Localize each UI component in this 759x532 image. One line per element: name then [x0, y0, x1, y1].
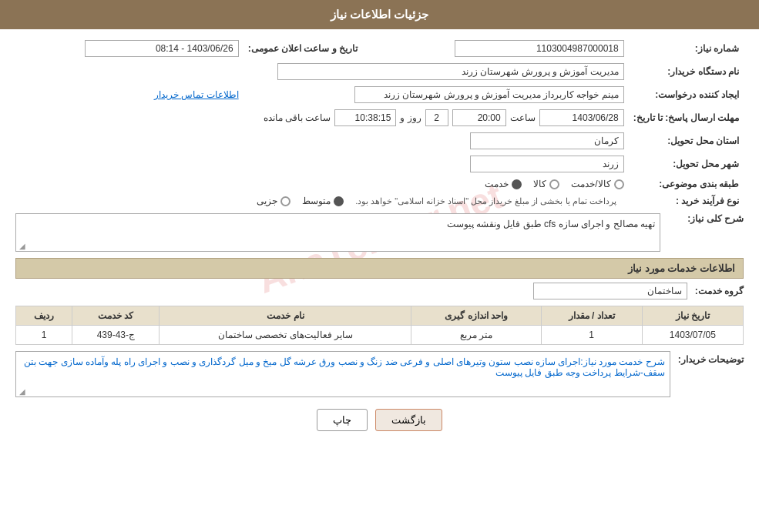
- etelaat-link[interactable]: اطلاعات تماس خریدار: [154, 89, 239, 100]
- page-header: جزئیات اطلاعات نیاز: [0, 0, 759, 29]
- nove-farayand-label: نوع فرآیند خرید :: [629, 192, 744, 209]
- button-row: بازگشت چاپ: [15, 409, 744, 431]
- col-kod: کد خدمت: [72, 306, 160, 326]
- info-section: شماره نیاز: 1103004987000018 تاریخ و ساع…: [15, 37, 744, 209]
- service-table: تاریخ نیاز تعداد / مقدار واحد اندازه گیر…: [15, 306, 744, 345]
- sharh-box: تهیه مصالح و اجرای سازه cfs طبق فایل ونق…: [15, 213, 660, 252]
- mohlat-saat-label: ساعت: [510, 112, 536, 123]
- table-row: 1403/07/051متر مربعسایر فعالیت‌های تخصصی…: [16, 326, 744, 345]
- grooh-label: گروه خدمت:: [695, 286, 744, 296]
- mohlat-date: 1403/06/28: [539, 109, 624, 126]
- ijad-konande-value: مینم خواجه کاربرداز مدیریت آموزش و پرورش…: [354, 86, 624, 103]
- col-vahed: واحد اندازه گیری: [411, 306, 541, 326]
- tozihat-label: توضیحات خریدار:: [678, 351, 744, 365]
- nam-dastgah-label: نام دستگاه خریدار:: [629, 60, 744, 83]
- tarikh-label: تاریخ و ساعت اعلان عمومی:: [243, 37, 398, 60]
- mohlat-roz-value: 2: [425, 109, 448, 126]
- mohlat-baqi-label: ساعت باقی مانده: [264, 112, 331, 123]
- radio-circle-jozi: [280, 196, 291, 206]
- print-button[interactable]: چاپ: [317, 409, 368, 431]
- col-tarikh: تاریخ نیاز: [642, 306, 743, 326]
- tozihat-value: شرح خدمت مورد نیاز:اجرای سازه نصب ستون و…: [24, 356, 665, 378]
- table-cell: 1: [16, 326, 72, 345]
- mohlat-roz-label: روز و: [400, 112, 421, 123]
- tarikh-value: 1403/06/26 - 08:14: [85, 40, 239, 57]
- table-cell: ج-43-439: [72, 326, 160, 345]
- mohlat-saat-value: 20:00: [452, 109, 506, 126]
- table-cell: 1403/07/05: [642, 326, 743, 345]
- ostan-label: استان محل تحویل:: [629, 129, 744, 152]
- shomara-niaz-label: شماره نیاز:: [629, 37, 744, 60]
- sharh-label: شرح کلی نیاز:: [667, 213, 744, 224]
- table-cell: 1: [541, 326, 642, 345]
- page-title: جزئیات اطلاعات نیاز: [331, 8, 428, 21]
- grooh-value: ساختمان: [533, 283, 687, 299]
- section2-header: اطلاعات خدمات مورد نیاز: [15, 258, 744, 279]
- ostan-value: کرمان: [470, 132, 624, 149]
- table-cell: سایر فعالیت‌های تخصصی ساختمان: [160, 326, 411, 345]
- col-radif: ردیف: [16, 306, 72, 326]
- radio-motevaset[interactable]: متوسط: [302, 196, 344, 206]
- radio-circle-kala: [549, 179, 559, 189]
- radio-khidmat[interactable]: خدمت: [485, 179, 522, 189]
- radio-circle-kala-khidmat: [614, 179, 624, 189]
- resize-handle-notes: ◢: [18, 387, 25, 395]
- sharh-value: تهیه مصالح و اجرای سازه cfs طبق فایل ونق…: [447, 219, 655, 229]
- resize-handle: ◢: [18, 242, 25, 249]
- shahr-value: زرند: [470, 156, 624, 172]
- radio-circle-motevaset: [334, 196, 344, 206]
- tabaghebandi-label: طبقه بندی موضوعی:: [629, 176, 744, 192]
- pardakht-text: پرداخت تمام یا بخشی از مبلغ خریداز محل "…: [355, 196, 616, 206]
- radio-jozi[interactable]: جزیی: [257, 196, 291, 206]
- mohlat-label: مهلت ارسال پاسخ: تا تاریخ:: [629, 106, 744, 129]
- table-cell: متر مربع: [411, 326, 541, 345]
- shomara-niaz-value: 1103004987000018: [455, 40, 624, 57]
- ijad-konande-label: ایجاد کننده درخواست:: [629, 83, 744, 106]
- radio-kala-khidmat[interactable]: کالا/خدمت: [571, 179, 623, 189]
- radio-kala[interactable]: کالا: [533, 179, 559, 189]
- tozihat-box: شرح خدمت مورد نیاز:اجرای سازه نصب ستون و…: [15, 351, 670, 397]
- col-nam: نام خدمت: [160, 306, 411, 326]
- back-button[interactable]: بازگشت: [375, 409, 442, 431]
- radio-circle-khidmat: [512, 179, 522, 189]
- shahr-label: شهر محل تحویل:: [629, 152, 744, 176]
- nam-dastgah-value: مدیریت آموزش و پرورش شهرستان زرند: [277, 63, 624, 80]
- col-tedad: تعداد / مقدار: [541, 306, 642, 326]
- mohlat-baqi-value: 10:38:15: [334, 109, 396, 126]
